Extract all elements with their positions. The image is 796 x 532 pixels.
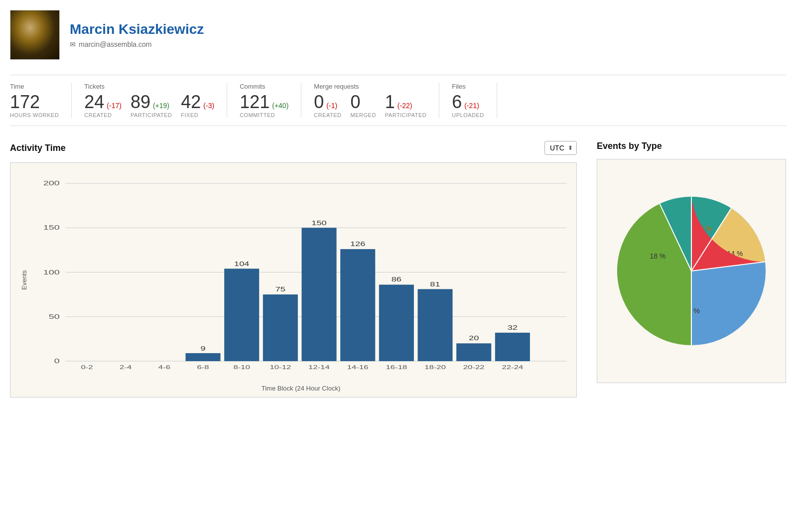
stat-item-mr-created: 0 (-1) CREATED bbox=[314, 93, 341, 118]
stat-sub-committed: COMMITTED bbox=[240, 112, 288, 118]
profile-header: Marcin Ksiazkiewicz ✉ marcin@assembla.co… bbox=[10, 10, 786, 60]
svg-text:10-12: 10-12 bbox=[269, 364, 291, 370]
activity-chart-section: Activity Time UTC Events 200 150 bbox=[10, 141, 577, 398]
stat-value-committed: 121 bbox=[240, 93, 269, 111]
svg-rect-34 bbox=[418, 289, 453, 361]
avatar bbox=[10, 10, 60, 60]
svg-text:18 %: 18 % bbox=[650, 252, 666, 260]
stat-value-participated: 89 bbox=[131, 93, 150, 111]
pie-chart-section: Events by Type 50 % bbox=[597, 141, 786, 383]
stat-delta-fixed: (-3) bbox=[203, 102, 214, 110]
svg-text:50: 50 bbox=[49, 313, 60, 320]
svg-rect-25 bbox=[302, 228, 337, 361]
stat-value-mr-participated: 1 bbox=[385, 93, 395, 111]
svg-text:22-24: 22-24 bbox=[502, 364, 523, 370]
svg-text:8-10: 8-10 bbox=[233, 364, 250, 370]
svg-text:86: 86 bbox=[392, 276, 402, 283]
stat-group-merge: Merge requests 0 (-1) CREATED 0 MERGED 1… bbox=[301, 83, 439, 118]
stat-sub-fixed: FIXED bbox=[181, 112, 214, 118]
x-axis-label: Time Block (24 Hour Clock) bbox=[35, 385, 566, 392]
svg-text:32: 32 bbox=[508, 324, 518, 331]
stat-delta-created: (-17) bbox=[107, 102, 122, 110]
stat-value-fixed: 42 bbox=[181, 93, 201, 111]
svg-rect-28 bbox=[340, 249, 375, 361]
svg-text:200: 200 bbox=[43, 179, 60, 187]
pie-chart-title: Events by Type bbox=[597, 141, 786, 151]
svg-rect-19 bbox=[224, 268, 259, 361]
stat-group-files: Files 6 (-21) UPLOADED bbox=[439, 83, 497, 118]
stat-sub-hours: HOURS WORKED bbox=[10, 112, 59, 118]
svg-text:2-4: 2-4 bbox=[120, 364, 132, 370]
stat-group-tickets: Tickets 24 (-17) CREATED 89 (+19) PARTIC… bbox=[72, 83, 227, 118]
stat-label-tickets: Tickets bbox=[84, 83, 214, 90]
stat-group-time: Time 172 HOURS WORKED bbox=[10, 83, 72, 118]
stat-delta-mr-participated: (-22) bbox=[398, 102, 412, 110]
svg-rect-16 bbox=[186, 353, 221, 361]
timezone-select[interactable]: UTC bbox=[544, 141, 577, 155]
svg-text:126: 126 bbox=[350, 241, 366, 248]
main-content: Activity Time UTC Events 200 150 bbox=[10, 141, 786, 398]
stat-sub-mr-participated: PARTICIPATED bbox=[385, 112, 426, 118]
timezone-select-wrapper[interactable]: UTC bbox=[544, 141, 577, 155]
svg-text:14-16: 14-16 bbox=[347, 364, 369, 370]
svg-text:9: 9 bbox=[200, 345, 205, 352]
svg-text:4-6: 4-6 bbox=[158, 364, 170, 370]
stat-group-commits: Commits 121 (+40) COMMITTED bbox=[227, 83, 301, 118]
stat-item-fixed: 42 (-3) FIXED bbox=[181, 93, 214, 118]
svg-text:20: 20 bbox=[469, 335, 479, 342]
svg-text:0: 0 bbox=[54, 357, 60, 365]
stat-delta-committed: (+40) bbox=[272, 102, 288, 110]
svg-rect-40 bbox=[495, 333, 530, 361]
stat-label-merge: Merge requests bbox=[314, 83, 426, 90]
stat-item-mr-merged: 0 MERGED bbox=[351, 93, 376, 118]
svg-text:0-2: 0-2 bbox=[81, 364, 93, 370]
stat-sub-mr-merged: MERGED bbox=[351, 112, 376, 118]
email-icon: ✉ bbox=[70, 40, 76, 48]
svg-rect-31 bbox=[379, 284, 414, 361]
svg-text:6-8: 6-8 bbox=[197, 364, 209, 370]
stat-item-created: 24 (-17) CREATED bbox=[84, 93, 122, 118]
svg-text:12-14: 12-14 bbox=[308, 364, 330, 370]
chart-header: Activity Time UTC bbox=[10, 141, 577, 155]
svg-text:20-22: 20-22 bbox=[463, 364, 485, 370]
svg-rect-37 bbox=[456, 343, 491, 361]
svg-text:75: 75 bbox=[275, 286, 286, 293]
stat-sub-mr-created: CREATED bbox=[314, 112, 341, 118]
chart-title: Activity Time bbox=[10, 143, 66, 153]
stat-label-time: Time bbox=[10, 83, 59, 90]
profile-info: Marcin Ksiazkiewicz ✉ marcin@assembla.co… bbox=[70, 21, 204, 48]
pie-chart-svg: 50 % 18 % 16 % bbox=[607, 186, 776, 356]
stat-item-committed: 121 (+40) COMMITTED bbox=[240, 93, 288, 118]
pie-chart-container: 50 % 18 % 16 % bbox=[597, 159, 786, 383]
y-axis-label: Events bbox=[20, 270, 28, 290]
svg-text:150: 150 bbox=[311, 220, 327, 227]
stat-label-commits: Commits bbox=[240, 83, 288, 90]
svg-text:100: 100 bbox=[43, 268, 60, 276]
stat-sub-uploaded: UPLOADED bbox=[452, 112, 484, 118]
svg-text:104: 104 bbox=[234, 261, 250, 267]
svg-rect-22 bbox=[263, 294, 298, 361]
stat-value-hours: 172 bbox=[10, 93, 59, 111]
stats-bar: Time 172 HOURS WORKED Tickets 24 (-17) C… bbox=[10, 75, 786, 126]
stat-item-uploaded: 6 (-21) UPLOADED bbox=[452, 93, 484, 118]
svg-text:18-20: 18-20 bbox=[424, 364, 446, 370]
stat-label-files: Files bbox=[452, 83, 484, 90]
stat-delta-participated: (+19) bbox=[153, 102, 169, 110]
bar-chart-svg: 200 150 100 50 0 0-2 2-4 4-6 9 6-8 bbox=[35, 173, 566, 382]
stat-value-uploaded: 6 bbox=[452, 93, 462, 111]
stat-item-mr-participated: 1 (-22) PARTICIPATED bbox=[385, 93, 426, 118]
stat-sub-created: CREATED bbox=[84, 112, 122, 118]
stat-value-mr-created: 0 bbox=[314, 93, 324, 111]
stat-value-created: 24 bbox=[84, 93, 104, 111]
profile-email-row: ✉ marcin@assembla.com bbox=[70, 40, 204, 48]
profile-name: Marcin Ksiazkiewicz bbox=[70, 21, 204, 37]
svg-text:16-18: 16-18 bbox=[386, 364, 407, 370]
stat-sub-participated: PARTICIPATED bbox=[131, 112, 172, 118]
profile-email-text: marcin@assembla.com bbox=[79, 40, 151, 48]
svg-text:81: 81 bbox=[430, 281, 440, 288]
stat-item-hours: 172 HOURS WORKED bbox=[10, 93, 59, 118]
stat-value-mr-merged: 0 bbox=[351, 93, 361, 111]
stat-delta-uploaded: (-21) bbox=[464, 102, 479, 110]
stat-item-participated: 89 (+19) PARTICIPATED bbox=[131, 93, 172, 118]
svg-text:150: 150 bbox=[43, 224, 60, 231]
